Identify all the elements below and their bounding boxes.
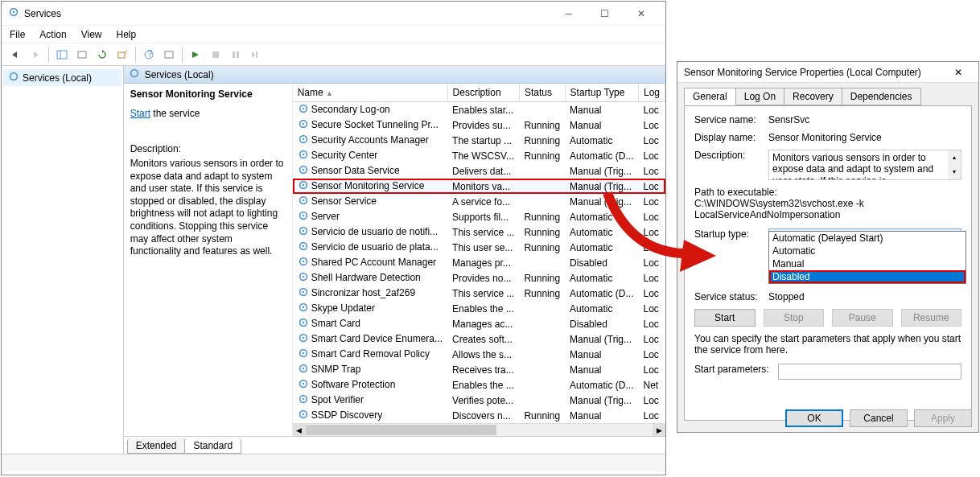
service-row[interactable]: Skype UpdaterEnables the ...AutomaticLoc xyxy=(293,301,665,316)
start-service-link[interactable]: Start xyxy=(130,108,150,119)
gear-icon xyxy=(298,332,309,346)
start-parameters-input[interactable] xyxy=(778,364,961,380)
gear-icon xyxy=(298,241,309,254)
gear-icon xyxy=(298,195,309,208)
menu-action[interactable]: Action xyxy=(39,29,66,40)
service-row[interactable]: Smart Card Removal PolicyAllows the s...… xyxy=(293,347,665,362)
svg-point-32 xyxy=(302,230,304,232)
service-row[interactable]: Servicio de usuario de notifi...This ser… xyxy=(293,224,665,240)
close-button[interactable]: ✕ xyxy=(623,2,659,25)
service-row[interactable]: Secure Socket Tunneling Pr...Provides su… xyxy=(293,117,665,133)
col-description[interactable]: Description xyxy=(447,84,519,102)
minimize-button[interactable]: ─ xyxy=(550,2,587,25)
service-row[interactable]: Sincronizar host_2af269This service ...R… xyxy=(293,286,665,301)
svg-rect-8 xyxy=(165,51,173,58)
col-logon[interactable]: Log xyxy=(638,84,665,102)
start-button[interactable]: Start xyxy=(694,309,756,327)
menubar: File Action View Help xyxy=(2,26,665,43)
tab-standard[interactable]: Standard xyxy=(184,438,241,454)
help-text: You can specify the start parameters tha… xyxy=(694,333,961,356)
svg-point-20 xyxy=(302,138,304,141)
show-hide-tree-button[interactable] xyxy=(53,46,71,64)
service-row[interactable]: Security Accounts ManagerThe startup ...… xyxy=(293,133,665,148)
tab-extended[interactable]: Extended xyxy=(127,438,186,454)
service-row[interactable]: Sensor Monitoring ServiceMonitors va...M… xyxy=(293,179,665,194)
tree-item-services-local[interactable]: Services (Local) xyxy=(3,69,121,86)
svg-point-24 xyxy=(302,169,304,171)
svg-point-34 xyxy=(302,245,304,248)
service-row[interactable]: Smart CardManages ac...DisabledLoc xyxy=(293,316,665,331)
svg-text:?: ? xyxy=(147,50,153,60)
label-display-name: Display name: xyxy=(694,132,768,143)
svg-point-38 xyxy=(302,276,304,278)
service-row[interactable]: Security CenterThe WSCSV...RunningAutoma… xyxy=(293,148,665,163)
scroll-up-icon[interactable]: ▴ xyxy=(948,150,961,165)
description-scrollbar[interactable]: ▴▾ xyxy=(948,150,961,179)
dropdown-option[interactable]: Automatic xyxy=(769,245,966,257)
start-suffix: the service xyxy=(150,108,200,119)
service-row[interactable]: ServerSupports fil...RunningAutomaticLoc xyxy=(293,209,665,224)
label-startup-type: Startup type: xyxy=(694,228,768,245)
service-row[interactable]: Servicio de usuario de plata...This user… xyxy=(293,240,665,255)
scroll-down-icon[interactable]: ▾ xyxy=(948,165,961,179)
gear-icon xyxy=(298,286,309,300)
service-row[interactable]: Shell Hardware DetectionProvides no...Ru… xyxy=(293,270,665,286)
dropdown-option[interactable]: Automatic (Delayed Start) xyxy=(769,232,966,245)
gear-icon xyxy=(298,409,309,422)
menu-view[interactable]: View xyxy=(81,29,102,40)
start-service-button[interactable] xyxy=(187,46,204,64)
svg-point-40 xyxy=(302,291,304,294)
scroll-thumb[interactable] xyxy=(306,425,496,435)
cancel-button[interactable]: Cancel xyxy=(850,409,908,427)
gear-icon xyxy=(298,225,309,239)
refresh-button[interactable] xyxy=(93,46,111,64)
back-button[interactable] xyxy=(6,46,24,64)
export-button[interactable] xyxy=(113,46,131,64)
restart-service-button[interactable] xyxy=(247,46,265,64)
pause-service-button[interactable] xyxy=(227,46,245,64)
gear-icon xyxy=(298,363,309,376)
service-row[interactable]: Secondary Log-onEnables star...ManualLoc xyxy=(293,102,665,118)
tab-general[interactable]: General xyxy=(684,88,736,105)
help-button[interactable]: ? xyxy=(140,46,158,64)
tab-dependencies[interactable]: Dependencies xyxy=(842,88,921,105)
dropdown-option[interactable]: Disabled xyxy=(769,270,966,283)
tab-logon[interactable]: Log On xyxy=(735,88,784,105)
menu-help[interactable]: Help xyxy=(117,29,137,40)
scroll-right-icon[interactable]: ▶ xyxy=(653,424,665,436)
horizontal-scrollbar[interactable]: ◀ ▶ xyxy=(293,423,665,436)
col-name[interactable]: Name ▲ xyxy=(293,84,447,102)
col-startup[interactable]: Startup Type xyxy=(565,84,638,102)
service-row[interactable]: Spot VerifierVerifies pote...Manual (Tri… xyxy=(293,393,665,408)
stop-button: Stop xyxy=(764,309,825,327)
service-row[interactable]: SNMP TrapReceives tra...ManualLoc xyxy=(293,362,665,377)
gear-icon xyxy=(298,164,309,178)
properties-button[interactable] xyxy=(73,46,91,64)
service-row[interactable]: Sensor ServiceA service fo...Manual (Tri… xyxy=(293,194,665,209)
svg-point-54 xyxy=(302,398,304,401)
services-list[interactable]: Name ▲ Description Status Startup Type L… xyxy=(293,84,665,436)
svg-rect-2 xyxy=(57,51,67,59)
service-row[interactable]: SSDP DiscoveryDiscovers n...RunningManua… xyxy=(293,408,665,423)
tab-recovery[interactable]: Recovery xyxy=(784,88,842,105)
svg-point-28 xyxy=(302,199,304,202)
col-status[interactable]: Status xyxy=(519,84,565,102)
stop-service-button[interactable] xyxy=(207,46,224,64)
startup-type-dropdown[interactable]: Automatic (Delayed Start)AutomaticManual… xyxy=(768,231,966,284)
service-row[interactable]: Shared PC Account ManagerManages pr...Di… xyxy=(293,255,665,270)
menu-file[interactable]: File xyxy=(10,29,25,40)
resume-button: Resume xyxy=(901,309,962,327)
dropdown-option[interactable]: Manual xyxy=(769,257,966,270)
ok-button[interactable]: OK xyxy=(785,409,843,427)
forward-button[interactable] xyxy=(27,46,44,64)
service-row[interactable]: Software ProtectionEnables the ...Automa… xyxy=(293,377,665,393)
toolbar-icon[interactable] xyxy=(160,46,178,64)
maximize-button[interactable]: ☐ xyxy=(587,2,623,25)
service-row[interactable]: Sensor Data ServiceDelivers dat...Manual… xyxy=(293,163,665,179)
service-row[interactable]: Smart Card Device Enumera...Creates soft… xyxy=(293,331,665,347)
dialog-close-button[interactable]: ✕ xyxy=(945,63,972,82)
svg-rect-4 xyxy=(78,51,86,58)
description-textbox[interactable]: Monitors various sensors in order to exp… xyxy=(768,150,961,180)
scroll-left-icon[interactable]: ◀ xyxy=(293,424,306,436)
sort-asc-icon: ▲ xyxy=(326,89,333,97)
